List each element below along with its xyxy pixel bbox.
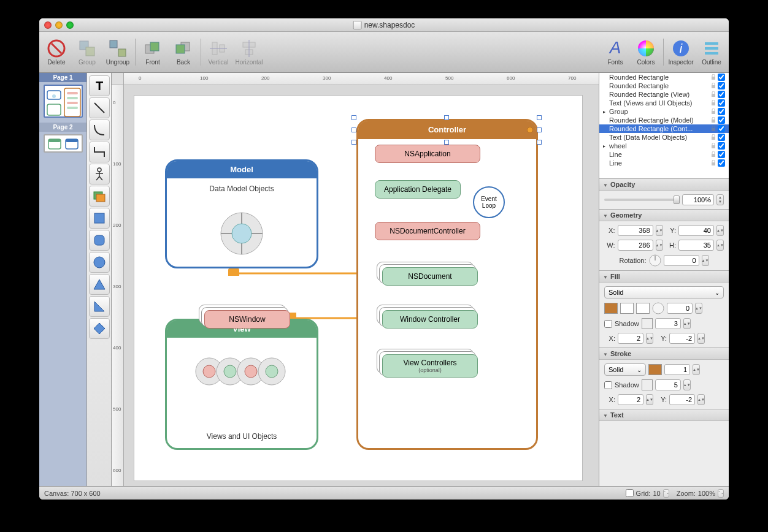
stroke-shadow-blur[interactable] (655, 379, 681, 390)
back-button[interactable]: Back (170, 39, 197, 66)
opacity-slider[interactable] (604, 199, 680, 201)
rotation-input[interactable] (664, 255, 699, 266)
vertical-button[interactable]: Vertical (205, 39, 232, 66)
fill-angle-input[interactable] (667, 303, 693, 314)
page2-thumb[interactable] (44, 134, 83, 153)
geometry-section: Geometry X:▲▼Y:▲▼ W:▲▼H:▲▼ Rotation: ▲▼ (599, 209, 729, 270)
fill-color3-swatch[interactable] (636, 303, 650, 314)
outline-row[interactable]: Text (Data Model Objects) (599, 133, 729, 142)
outline-list[interactable]: Rounded RectangleRounded RectangleRounde… (599, 73, 729, 178)
svg-marker-49 (94, 323, 105, 334)
selection-handles[interactable] (354, 118, 539, 142)
outline-row[interactable]: Rounded Rectangle (599, 73, 729, 82)
stroke-shadow-y[interactable] (669, 394, 695, 405)
inspector-button[interactable]: iInspector (667, 39, 694, 66)
stroke-shadow-checkbox[interactable] (604, 381, 612, 389)
svg-rect-9 (176, 45, 185, 53)
fill-angle-dial-icon[interactable] (652, 302, 664, 314)
opacity-stepper[interactable]: ▲▼ (716, 194, 724, 205)
x-input[interactable] (618, 225, 653, 236)
page1-label[interactable]: Page 1 (39, 73, 86, 82)
svg-text:i: i (680, 42, 683, 55)
fill-color-swatch[interactable] (604, 303, 618, 314)
right-triangle-tool[interactable] (89, 296, 110, 317)
view-controllers-box[interactable]: View Controllers (optional) (382, 354, 478, 378)
round-rect-tool[interactable] (89, 230, 110, 251)
page1-thumb[interactable] (44, 85, 83, 118)
app-delegate-box[interactable]: Application Delegate (375, 180, 461, 199)
fill-shadow-y[interactable] (669, 333, 695, 344)
front-button[interactable]: Front (139, 39, 166, 66)
opacity-input[interactable] (682, 194, 714, 205)
tool-palette: T (87, 73, 112, 486)
group-button[interactable]: Group (74, 39, 101, 66)
event-loop-circle[interactable]: Event Loop (473, 186, 505, 218)
outline-row[interactable]: ▸Group (599, 107, 729, 116)
outline-row[interactable]: Line (599, 159, 729, 167)
window-controller-box[interactable]: Window Controller (382, 310, 478, 329)
nswindow-box[interactable]: NSWindow (204, 310, 290, 329)
triangle-tool[interactable] (89, 274, 110, 295)
outline-row[interactable]: Rounded Rectangle (Cont... (599, 124, 729, 133)
svg-point-66 (224, 365, 236, 378)
grid-checkbox[interactable] (626, 489, 634, 497)
w-input[interactable] (618, 240, 653, 251)
grid-stepper[interactable]: ⌃⌄ (663, 489, 669, 498)
stroke-type-select[interactable]: Solid (604, 363, 646, 376)
minimize-icon[interactable] (55, 21, 63, 29)
outline-row[interactable]: Line (599, 150, 729, 159)
delete-button[interactable]: Delete (43, 39, 70, 66)
stroke-header[interactable]: Stroke (599, 348, 729, 360)
y-input[interactable] (678, 225, 714, 236)
text-tool[interactable]: T (89, 75, 110, 96)
ellipse-tool[interactable] (89, 252, 110, 273)
nsdocumentcontroller-box[interactable]: NSDocumentController (375, 222, 480, 240)
ungroup-button[interactable]: Ungroup (104, 39, 131, 66)
canvas[interactable]: Model Data Model Objects Controller (134, 95, 583, 481)
stroke-shadow-x[interactable] (618, 394, 643, 405)
stroke-width-input[interactable] (664, 364, 690, 375)
fill-shadow-color[interactable] (642, 318, 653, 329)
page2-label[interactable]: Page 2 (39, 123, 86, 132)
rotation-dial-icon[interactable] (649, 254, 661, 267)
geometry-header[interactable]: Geometry (599, 210, 729, 221)
svg-text:A: A (609, 39, 621, 57)
outline-row[interactable]: Rounded Rectangle (599, 82, 729, 90)
outline-row[interactable]: ▸wheel (599, 142, 729, 150)
close-icon[interactable] (44, 21, 52, 29)
opacity-header[interactable]: Opacity (599, 179, 729, 191)
nsapplication-box[interactable]: NSApplication (375, 145, 480, 163)
fill-header[interactable]: Fill (599, 271, 729, 283)
person-tool[interactable] (89, 164, 110, 184)
outline-row[interactable]: Rounded Rectangle (View) (599, 90, 729, 99)
fonts-button[interactable]: AFonts (602, 39, 629, 66)
model-rect[interactable]: Model Data Model Objects (165, 159, 318, 268)
colors-button[interactable]: Colors (632, 39, 659, 66)
fill-type-select[interactable]: Solid (604, 286, 724, 298)
step-tool[interactable] (89, 142, 110, 162)
svg-rect-5 (118, 49, 126, 56)
wheel-row-icon (193, 355, 298, 387)
text-header[interactable]: Text (599, 409, 729, 421)
rect-tool[interactable] (89, 208, 110, 229)
curve-tool[interactable] (89, 120, 110, 140)
outline-row[interactable]: Text (Views and UI Objects) (599, 99, 729, 107)
svg-point-62 (232, 224, 252, 243)
fill-shadow-x[interactable] (618, 333, 643, 344)
h-input[interactable] (678, 240, 714, 251)
outline-row[interactable]: Rounded Rectangle (Model) (599, 116, 729, 124)
stroke-color-swatch[interactable] (648, 364, 662, 375)
zoom-icon[interactable] (66, 21, 74, 29)
horizontal-button[interactable]: Horizontal (236, 39, 263, 66)
zoom-stepper[interactable]: ⌃⌄ (718, 489, 724, 498)
diamond-tool[interactable] (89, 318, 110, 339)
fill-shadow-checkbox[interactable] (604, 320, 612, 328)
line-tool[interactable] (89, 97, 110, 118)
fill-shadow-blur[interactable] (655, 318, 681, 329)
outline-button[interactable]: Outline (698, 39, 725, 66)
stroke-shadow-color[interactable] (642, 379, 653, 390)
fill-color2-swatch[interactable] (620, 303, 634, 314)
document-icon (353, 21, 362, 29)
image-tool[interactable] (89, 186, 110, 207)
nsdocument-box[interactable]: NSDocument (382, 267, 478, 286)
